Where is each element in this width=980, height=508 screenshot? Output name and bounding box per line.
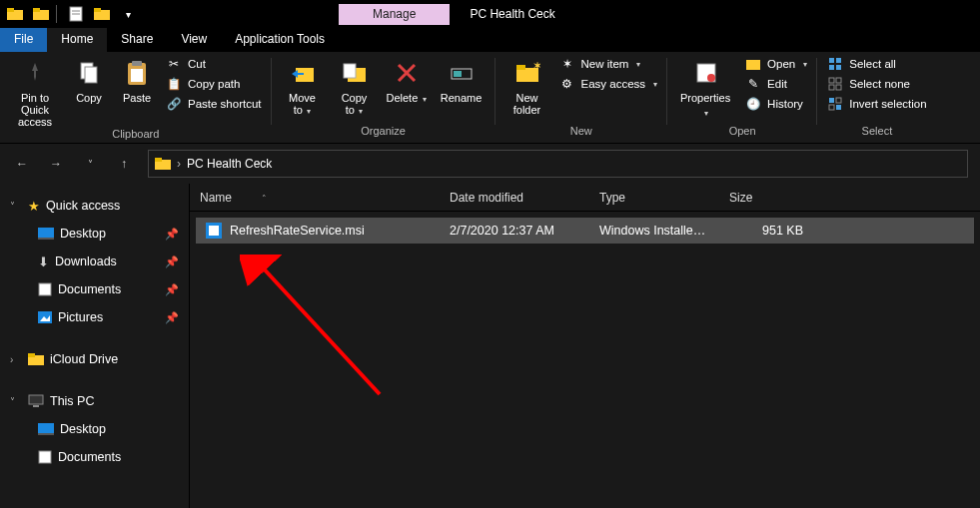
manage-tab[interactable]: Manage <box>339 4 450 25</box>
select-none-button[interactable]: Select none <box>827 76 926 92</box>
file-name: RefreshRateService.msi <box>230 224 365 238</box>
pin-icon: 📌 <box>165 228 179 241</box>
history-icon: 🕘 <box>745 96 761 112</box>
rename-button[interactable]: Rename <box>438 56 486 104</box>
svg-rect-37 <box>829 105 834 110</box>
svg-text:✶: ✶ <box>532 62 540 73</box>
open-button[interactable]: Open▾ <box>745 56 807 72</box>
new-item-icon: ✶ <box>559 56 575 72</box>
separator <box>56 5 57 23</box>
pc-icon <box>28 394 44 408</box>
tree-desktop[interactable]: Desktop📌 <box>0 220 189 248</box>
paste-button[interactable]: Paste <box>118 56 156 104</box>
chevron-down-icon: ▾ <box>305 107 311 116</box>
svg-rect-1 <box>7 8 14 12</box>
svg-rect-32 <box>836 78 841 83</box>
easy-access-button[interactable]: ⚙Easy access▾ <box>559 76 658 92</box>
copy-path-icon: 📋 <box>166 76 182 92</box>
svg-rect-47 <box>28 353 35 357</box>
group-label: Organize <box>361 125 406 141</box>
col-name[interactable]: Name˄ <box>190 191 440 205</box>
svg-rect-40 <box>155 158 162 162</box>
tab-file[interactable]: File <box>0 28 47 52</box>
qat-dropdown-icon[interactable]: ▾ <box>117 3 139 25</box>
properties-icon[interactable] <box>65 3 87 25</box>
nav-back-button[interactable]: ← <box>12 154 32 174</box>
edit-button[interactable]: ✎Edit <box>745 76 807 92</box>
open-folder-icon[interactable] <box>91 3 113 25</box>
desktop-icon <box>38 228 54 240</box>
svg-rect-52 <box>39 451 51 463</box>
svg-rect-33 <box>829 85 834 90</box>
copy-path-button[interactable]: 📋Copy path <box>166 76 262 92</box>
tree-pc-desktop[interactable]: Desktop <box>0 415 189 443</box>
tree-downloads[interactable]: ⬇ Downloads📌 <box>0 248 189 275</box>
pin-quick-access-button[interactable]: Pin to Quick access <box>10 56 60 128</box>
chevron-down-icon[interactable]: ˅ <box>10 396 22 407</box>
documents-icon <box>38 450 52 464</box>
tree-this-pc[interactable]: ˅ This PC <box>0 387 189 415</box>
tree-icloud[interactable]: › iCloud Drive <box>0 345 189 373</box>
open-icon <box>745 56 761 72</box>
group-label: Clipboard <box>112 128 159 141</box>
tab-view[interactable]: View <box>167 28 221 52</box>
file-row[interactable]: RefreshRateService.msi 2/7/2020 12:37 AM… <box>196 218 974 244</box>
quick-folder-icon <box>30 3 52 25</box>
window-title: PC Health Ceck <box>470 7 554 21</box>
select-all-button[interactable]: Select all <box>827 56 926 72</box>
tree-documents[interactable]: Documents📌 <box>0 275 189 303</box>
svg-rect-38 <box>836 105 841 110</box>
move-to-button[interactable]: Move to ▾ <box>282 56 324 118</box>
tree-pc-documents[interactable]: Documents <box>0 443 189 471</box>
chevron-down-icon[interactable]: ˅ <box>10 201 22 212</box>
delete-button[interactable]: Delete ▾ <box>386 56 428 106</box>
svg-rect-10 <box>85 67 97 83</box>
svg-rect-48 <box>29 395 43 404</box>
tab-application-tools[interactable]: Application Tools <box>221 28 339 52</box>
cut-button[interactable]: ✂Cut <box>166 56 262 72</box>
new-folder-button[interactable]: ✶ New folder <box>505 56 549 116</box>
invert-selection-icon <box>827 96 843 112</box>
ribbon-group-open: Properties ▾ Open▾ ✎Edit 🕘History Open <box>667 52 817 143</box>
copy-to-button[interactable]: Copy to ▾ <box>334 56 376 118</box>
tree-pictures[interactable]: Pictures📌 <box>0 303 189 331</box>
svg-point-25 <box>707 74 715 82</box>
nav-forward-button[interactable]: → <box>46 154 66 174</box>
pin-icon: 📌 <box>165 255 179 268</box>
ribbon-group-new: ✶ New folder ✶New item▾ ⚙Easy access▾ Ne… <box>495 52 668 143</box>
col-type[interactable]: Type <box>589 191 719 205</box>
svg-rect-49 <box>33 405 39 407</box>
svg-rect-35 <box>829 98 834 103</box>
nav-recent-button[interactable]: ˅ <box>80 154 100 174</box>
folder-icon <box>155 157 171 171</box>
breadcrumb-separator[interactable]: › <box>177 157 181 171</box>
col-size[interactable]: Size <box>719 191 819 205</box>
svg-rect-12 <box>132 61 142 66</box>
tab-share[interactable]: Share <box>107 28 167 52</box>
file-date: 2/7/2020 12:37 AM <box>440 224 589 238</box>
svg-rect-31 <box>829 78 834 83</box>
svg-rect-3 <box>33 8 40 12</box>
svg-rect-51 <box>38 433 54 435</box>
copy-button[interactable]: Copy <box>70 56 108 104</box>
col-date[interactable]: Date modified <box>440 191 589 205</box>
folder-icon <box>4 3 26 25</box>
paste-shortcut-button[interactable]: 🔗Paste shortcut <box>166 96 262 112</box>
msi-icon <box>206 223 222 239</box>
chevron-right-icon[interactable]: › <box>10 354 22 365</box>
nav-up-button[interactable]: ↑ <box>114 154 134 174</box>
chevron-down-icon: ▾ <box>704 109 708 118</box>
invert-selection-button[interactable]: Invert selection <box>827 96 926 112</box>
column-headers: Name˄ Date modified Type Size <box>190 184 980 212</box>
properties-button[interactable]: Properties ▾ <box>677 56 735 120</box>
select-none-icon <box>827 76 843 92</box>
svg-rect-34 <box>836 85 841 90</box>
tab-home[interactable]: Home <box>47 28 107 52</box>
history-button[interactable]: 🕘History <box>745 96 807 112</box>
star-icon: ★ <box>28 199 40 214</box>
address-bar[interactable]: › PC Health Ceck <box>148 150 968 178</box>
breadcrumb-folder[interactable]: PC Health Ceck <box>187 157 272 171</box>
new-item-button[interactable]: ✶New item▾ <box>559 56 658 72</box>
svg-rect-30 <box>836 65 841 70</box>
tree-quick-access[interactable]: ˅ ★ Quick access <box>0 192 189 220</box>
